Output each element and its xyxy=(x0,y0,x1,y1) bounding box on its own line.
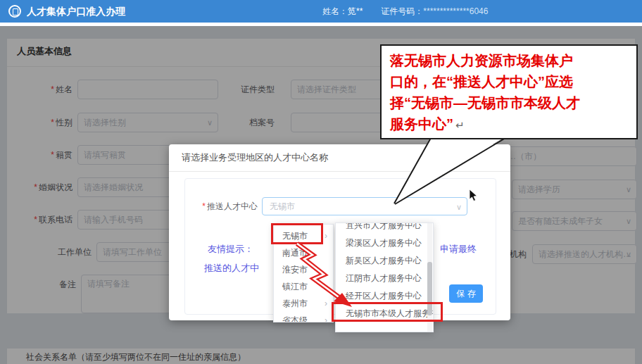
callout-line: 口的，在“推送人才中心”应选 xyxy=(390,71,628,92)
return-mark: ↵ xyxy=(455,119,465,131)
user-name-value: 笕** xyxy=(348,6,363,16)
hint-text-prefix: 友情提示： xyxy=(208,243,253,256)
callout-line: 落无锡市人力资源市场集体户 xyxy=(390,50,628,71)
app-logo-icon xyxy=(8,5,21,18)
user-name-label: 姓名： xyxy=(322,6,348,16)
callout-line: 服务中心”↵ xyxy=(390,113,628,136)
push-center-label: *推送人才中心 xyxy=(177,197,258,215)
header-user-info: 姓名：笕**证件号码：**************6046 xyxy=(322,0,488,23)
callout-tail xyxy=(380,134,642,211)
instruction-callout: 落无锡市人力资源市场集体户 口的，在“推送人才中心”应选 择“无锡市—无锡市市本… xyxy=(380,44,638,139)
hint-text-line2: 推送的人才中 xyxy=(204,262,259,275)
save-button[interactable]: 保 存 xyxy=(449,284,483,303)
mouse-cursor xyxy=(469,189,480,202)
required-star: * xyxy=(202,201,206,211)
center-menu-item-yixing[interactable]: 宜兴市人才服务中心 xyxy=(336,222,433,234)
hint-text-suffix: 申请最终 xyxy=(440,243,477,256)
page-title: 人才集体户口准入办理 xyxy=(27,0,125,23)
callout-line: 择“无锡市—无锡市市本级人才 xyxy=(390,92,628,113)
app-header: 人才集体户口准入办理 姓名：笕**证件号码：**************6046 xyxy=(0,0,642,23)
lightning-arrow-annotation xyxy=(282,237,366,314)
user-id-value: **************6046 xyxy=(423,6,488,16)
user-id-label: 证件号码： xyxy=(381,6,423,16)
